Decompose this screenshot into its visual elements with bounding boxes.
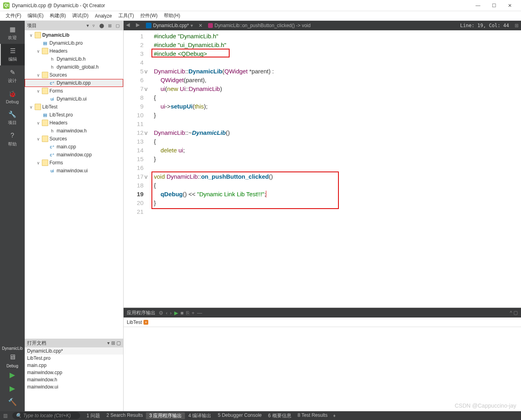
close-button[interactable]: ✕ (502, 0, 518, 11)
debug-run-icon[interactable]: ▶ (0, 382, 25, 395)
symbol-breadcrumb[interactable]: DynamicLib::on_pushButton_clicked() -> v… (205, 23, 314, 28)
tree-item[interactable]: vSources (25, 71, 123, 79)
nav-fwd-icon[interactable]: ⯈ (133, 23, 143, 28)
status-tab[interactable]: 8 Test Results (295, 412, 331, 419)
editor-tab[interactable]: DynamicLib.cpp* ▾ (143, 23, 196, 28)
grid-icon: ▦ (8, 25, 17, 34)
out-expand-icon[interactable]: ^ ▢ (510, 310, 518, 315)
tree-item[interactable]: vHeaders (25, 47, 123, 55)
tree-item[interactable]: vDynamicLib (25, 31, 123, 39)
tree-item[interactable]: vHeaders (25, 119, 123, 127)
menu-item[interactable]: 构建(B) (47, 11, 69, 20)
output-toolbar: 应用程序输出 ⚙ ‹ › ▶ ■ ⎘ + — ^ ▢ (124, 308, 521, 317)
open-docs-list[interactable]: DynamicLib.cpp*LibTest.promain.cppmainwi… (25, 347, 123, 411)
tree-item[interactable]: vForms (25, 159, 123, 167)
link-icon[interactable]: ⬤ (98, 22, 105, 29)
project-tree[interactable]: vDynamicLib▤DynamicLib.provHeadershDynam… (25, 30, 123, 339)
tree-item[interactable]: vLibTest (25, 103, 123, 111)
status-tab[interactable]: 6 概要信息 (265, 412, 295, 419)
wrench-icon: 🔧 (8, 110, 17, 118)
code-source[interactable]: #include "DynamicLib.h"#include "ui_Dyna… (151, 30, 521, 308)
monitor-icon: 🖥 (0, 351, 25, 364)
out-run-icon[interactable]: ▶ (174, 310, 178, 316)
menu-item[interactable]: 工具(T) (115, 11, 137, 20)
tree-item[interactable]: hmainwindow.h (25, 127, 123, 135)
code-editor[interactable]: 12345 v67 v89101112 v1314151617 v1819202… (124, 30, 521, 308)
project-header-label: 项目 (27, 22, 85, 29)
open-doc-item[interactable]: mainwindow.cpp (25, 369, 123, 376)
out-attach-icon[interactable]: ⎘ (186, 310, 189, 316)
out-add-icon[interactable]: + (192, 310, 195, 316)
tree-item[interactable]: uimainwindow.ui (25, 167, 123, 175)
tree-item[interactable]: c⁺mainwindow.cpp (25, 151, 123, 159)
open-doc-item[interactable]: mainwindow.h (25, 376, 123, 383)
tree-item[interactable]: ▤DynamicLib.pro (25, 39, 123, 47)
help-icon: ? (8, 131, 17, 140)
filter-icon[interactable]: ▿ (90, 22, 97, 29)
split-icon[interactable]: ⊞ (106, 22, 113, 29)
highlight-include (151, 49, 230, 57)
nav-back-icon[interactable]: ⯇ (124, 23, 133, 28)
out-next-icon[interactable]: › (170, 310, 171, 316)
tab-close-icon[interactable]: ✕ (196, 23, 205, 28)
mode-编辑[interactable]: ☰编辑 (0, 44, 25, 65)
watermark: CSDN @Cappuccino-jay (455, 402, 516, 409)
menu-item[interactable]: 文件(F) (2, 11, 24, 20)
menu-item[interactable]: 编辑(E) (24, 11, 47, 20)
mode-sidebar: ▦欢迎☰编辑✎设计🐞Debug🔧项目?帮助DynamicLib🖥Debug▶▶🔨 (0, 21, 25, 411)
split-editor-icon[interactable]: ⊞ (512, 23, 521, 28)
titlebar: Qt DynamicLib.cpp @ DynamicLib - Qt Crea… (0, 0, 521, 11)
mode-欢迎[interactable]: ▦欢迎 (0, 22, 25, 44)
maximize-button[interactable]: ☐ (486, 0, 502, 11)
tree-item[interactable]: c⁺main.cpp (25, 143, 123, 151)
tree-item[interactable]: vSources (25, 135, 123, 143)
status-tab[interactable]: 1 问题 (83, 412, 103, 419)
method-icon (208, 23, 213, 28)
mode-Debug[interactable]: 🐞Debug (0, 87, 25, 107)
mode-帮助[interactable]: ?帮助 (0, 129, 25, 150)
tree-item[interactable]: ▤LibTest.pro (25, 111, 123, 119)
status-tab[interactable]: 4 编译输出 (185, 412, 214, 419)
edit-icon: ☰ (8, 46, 17, 55)
tree-item[interactable]: hDynamicLib.h (25, 55, 123, 63)
output-tab-libtest[interactable]: LibTest × (124, 319, 151, 326)
editor-tabbar: ⯇ ⯈ DynamicLib.cpp* ▾ ✕ DynamicLib::on_p… (124, 21, 521, 30)
tree-item[interactable]: c⁺DynamicLib.cpp (25, 79, 123, 87)
minimize-button[interactable]: — (470, 0, 486, 11)
mode-项目[interactable]: 🔧项目 (0, 107, 25, 129)
output-pane: 应用程序输出 ⚙ ‹ › ▶ ■ ⎘ + — ^ ▢ LibT (124, 308, 521, 411)
tab-close-icon[interactable]: × (144, 320, 148, 325)
project-pane: 项目 ▾ ▿ ⬤ ⊞ ▢ vDynamicLib▤DynamicLib.prov… (25, 21, 124, 411)
open-doc-item[interactable]: mainwindow.ui (25, 383, 123, 390)
open-doc-item[interactable]: DynamicLib.cpp* (25, 347, 123, 355)
output-body[interactable] (124, 327, 521, 411)
out-settings-icon[interactable]: ⚙ (159, 310, 163, 316)
open-doc-item[interactable]: LibTest.pro (25, 355, 123, 362)
menu-item[interactable]: 调试(D) (69, 11, 92, 20)
project-header: 项目 ▾ ▿ ⬤ ⊞ ▢ (25, 21, 123, 30)
tree-item[interactable]: hdynamiclib_global.h (25, 63, 123, 71)
tree-item[interactable]: uiDynamicLib.ui (25, 95, 123, 103)
out-stop-icon[interactable]: ■ (181, 310, 184, 316)
out-prev-icon[interactable]: ‹ (166, 310, 167, 316)
cursor-position: Line: 19, Col: 44 (457, 23, 512, 28)
locator-input[interactable]: 🔍 Type to locate (Ctrl+K) (12, 412, 80, 419)
open-doc-item[interactable]: main.cpp (25, 362, 123, 369)
menu-item[interactable]: 控件(W) (137, 11, 161, 20)
build-icon[interactable]: 🔨 (0, 395, 25, 409)
statusbar: ▥ 🔍 Type to locate (Ctrl+K) 1 问题2 Search… (0, 411, 521, 420)
status-tab[interactable]: 2 Search Results (103, 412, 146, 419)
mode-设计[interactable]: ✎设计 (0, 65, 25, 87)
tree-item[interactable]: vForms (25, 87, 123, 95)
status-tab[interactable]: 5 Debugger Console (214, 412, 265, 419)
highlight-function (151, 172, 339, 209)
close-pane-icon[interactable]: ▢ (114, 22, 121, 29)
status-tab[interactable]: 3 应用程序输出 (146, 412, 185, 419)
build-target[interactable]: DynamicLib🖥Debug▶▶🔨 (0, 344, 25, 411)
line-gutter: 12345 v67 v89101112 v1314151617 v1819202… (124, 30, 151, 308)
run-icon[interactable]: ▶ (0, 368, 25, 382)
menu-item[interactable]: 帮助(H) (161, 11, 183, 20)
out-remove-icon[interactable]: — (197, 310, 202, 316)
view-icon[interactable]: ▥ (2, 413, 9, 418)
menu-item[interactable]: Analyze (92, 12, 115, 20)
